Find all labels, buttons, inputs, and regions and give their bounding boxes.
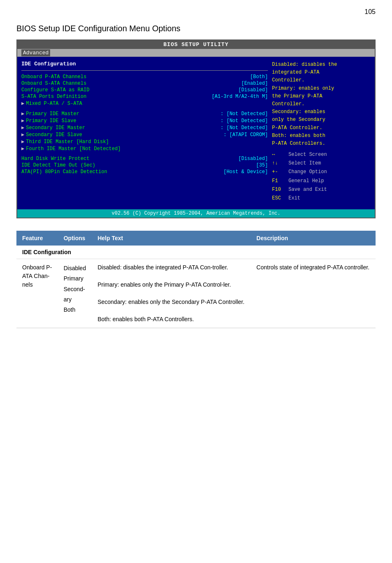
bios-key-select-screen: ↔ Select Screen: [272, 151, 371, 159]
bios-left-panel: IDE Configuration Onboard P-ATA Channels…: [21, 61, 268, 203]
bios-mixed-arrow: ▶: [21, 100, 24, 107]
bios-help-text: Disabled: disables the integrated P-ATA …: [272, 61, 371, 148]
table-section-label: IDE Configuration: [16, 246, 376, 259]
bios-onboard-sata-value: [Enabled]: [241, 81, 268, 86]
bios-fourth-ide-master[interactable]: ▶ Fourth IDE Master [Not Detected]: [21, 146, 268, 152]
bios-onboard-pata[interactable]: Onboard P-ATA Channels [Both]: [21, 74, 268, 80]
bios-ata-cable-detection[interactable]: ATA(PI) 80Pin Cable Detection [Host & De…: [21, 169, 268, 175]
bios-screen: BIOS SETUP UTILITY Advanced IDE Configur…: [16, 39, 376, 218]
bios-mixed-pata-sata[interactable]: ▶ Mixed P-ATA / S-ATA: [21, 100, 268, 107]
table-header-row: Feature Options Help Text Description: [16, 231, 376, 246]
bios-key-esc: ESC Exit: [272, 195, 371, 202]
bios-secondary-ide-master-value: : [Not Detected]: [221, 125, 268, 131]
bios-menu-tab[interactable]: Advanced: [21, 49, 50, 56]
bios-secondary-ide-master-arrow: ▶: [21, 125, 24, 131]
bios-secondary-ide-master[interactable]: ▶ Secondary IDE Master : [Not Detected]: [21, 125, 268, 131]
bios-fourth-ide-master-label: Fourth IDE Master [Not Detected]: [26, 146, 120, 152]
bios-divider: [21, 70, 268, 71]
bios-mixed-label: Mixed P-ATA / S-ATA: [26, 101, 82, 107]
bios-primary-ide-master-arrow: ▶: [21, 111, 24, 117]
bios-third-ide-master-arrow: ▶: [21, 139, 24, 145]
bios-secondary-ide-slave-label: Secondary IDE Slave: [26, 132, 82, 138]
bios-onboard-sata[interactable]: Onboard S-ATA Channels [Enabled]: [21, 81, 268, 86]
bios-key-select-item: ↑↓ Select Item: [272, 160, 371, 167]
bios-menu-bar: Advanced: [17, 49, 375, 57]
bios-ide-detect-timeout-label: IDE Detect Time Out (Sec): [21, 162, 95, 168]
bios-ata-cable-detection-value: [Host & Device]: [224, 169, 268, 175]
bios-configure-sata-raid-label: Configure S-ATA as RAID: [21, 87, 90, 93]
bios-sata-ports-value: [A1-3rd M/A2-4th M]: [212, 94, 268, 100]
col-help-text: Help Text: [92, 231, 251, 246]
bios-onboard-pata-value: [Both]: [250, 74, 268, 80]
table-section: Feature Options Help Text Description ID…: [16, 231, 376, 328]
bios-onboard-pata-label: Onboard P-ATA Channels: [21, 74, 86, 80]
bios-hd-write-protect-value: [Disabled]: [238, 156, 268, 162]
col-options: Options: [58, 231, 92, 246]
bios-secondary-ide-slave-value: : [ATAPI CDROM]: [224, 132, 268, 138]
bios-footer: v02.56 (C) Copyright 1985-2004, American…: [17, 209, 375, 218]
bios-right-panel: Disabled: disables the integrated P-ATA …: [272, 61, 371, 203]
bios-third-ide-master[interactable]: ▶ Third IDE Master [Hard Disk]: [21, 139, 268, 145]
bios-title: BIOS SETUP UTILITY: [17, 40, 375, 49]
bios-primary-ide-master[interactable]: ▶ Primary IDE Master : [Not Detected]: [21, 111, 268, 117]
bios-key-f1: F1 General Help: [272, 177, 371, 185]
bios-content: IDE Configuration Onboard P-ATA Channels…: [17, 57, 375, 207]
bios-third-ide-master-label: Third IDE Master [Hard Disk]: [26, 139, 109, 145]
col-feature: Feature: [16, 231, 58, 246]
cell-description: Controls state of integrated P-ATA contr…: [251, 259, 376, 328]
bios-primary-ide-master-value: : [Not Detected]: [221, 111, 268, 117]
bios-hd-write-protect-label: Hard Disk Write Protect: [21, 156, 90, 162]
bios-ide-detect-timeout-value: [35]: [256, 162, 268, 168]
bios-primary-ide-slave-label: Primary IDE Slave: [26, 118, 76, 124]
col-description: Description: [251, 231, 376, 246]
bios-secondary-ide-slave-arrow: ▶: [21, 132, 24, 138]
section-title: BIOS Setup IDE Configuration Menu Option…: [16, 24, 376, 33]
options-table: Feature Options Help Text Description ID…: [16, 231, 376, 328]
cell-feature: Onboard P-ATA Chan-nels: [16, 259, 58, 328]
bios-primary-ide-master-label: Primary IDE Master: [26, 111, 79, 117]
cell-help-text: Disabled: disables the integrated P-ATA …: [92, 259, 251, 328]
bios-key-change-option: +- Change Option: [272, 168, 371, 176]
cell-options: Disabled Primary Second-ary Both: [58, 259, 92, 328]
bios-sata-ports-label: S-ATA Ports Definition: [21, 94, 86, 100]
bios-primary-ide-slave-arrow: ▶: [21, 118, 24, 124]
bios-configure-sata-raid-value: [Disabled]: [238, 87, 268, 93]
bios-primary-ide-slave-value: : [Not Detected]: [221, 118, 268, 124]
bios-primary-ide-slave[interactable]: ▶ Primary IDE Slave : [Not Detected]: [21, 118, 268, 124]
bios-ide-detect-timeout[interactable]: IDE Detect Time Out (Sec) [35]: [21, 162, 268, 168]
bios-hd-write-protect[interactable]: Hard Disk Write Protect [Disabled]: [21, 156, 268, 162]
bios-key-f10: F10 Save and Exit: [272, 186, 371, 194]
page-number: 105: [0, 0, 392, 20]
bios-secondary-ide-master-label: Secondary IDE Master: [26, 125, 85, 131]
bios-configure-sata-raid[interactable]: Configure S-ATA as RAID [Disabled]: [21, 87, 268, 93]
bios-secondary-ide-slave[interactable]: ▶ Secondary IDE Slave : [ATAPI CDROM]: [21, 132, 268, 138]
bios-section-header: IDE Configuration: [21, 61, 268, 67]
bios-ata-cable-detection-label: ATA(PI) 80Pin Cable Detection: [21, 169, 107, 175]
table-section-row: IDE Configuration: [16, 246, 376, 259]
table-row: Onboard P-ATA Chan-nels Disabled Primary…: [16, 259, 376, 328]
bios-onboard-sata-label: Onboard S-ATA Channels: [21, 81, 86, 86]
bios-fourth-ide-master-arrow: ▶: [21, 146, 24, 152]
bios-sata-ports[interactable]: S-ATA Ports Definition [A1-3rd M/A2-4th …: [21, 94, 268, 100]
